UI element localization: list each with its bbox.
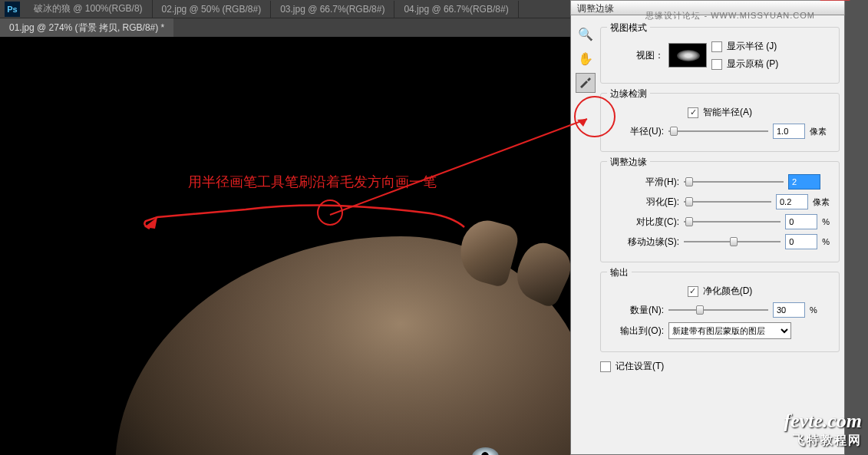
amount-slider[interactable] <box>668 303 768 317</box>
smooth-input[interactable] <box>788 174 820 190</box>
decontaminate-label: 净化颜色(D) <box>703 285 753 298</box>
group-title: 视图模式 <box>607 21 650 35</box>
active-doc-tab[interactable]: 01.jpg @ 274% (背景 拷贝, RGB/8#) * <box>0 18 173 38</box>
watermark-line1: fevte.com <box>784 410 862 433</box>
smart-radius-label: 智能半径(A) <box>703 106 752 119</box>
unit-label: 像素 <box>810 126 827 137</box>
tab-item[interactable]: 破冰的狼 @ 100%(RGB/8) <box>25 0 153 18</box>
show-radius-label: 显示半径 (J) <box>727 40 777 53</box>
shift-edge-label: 移动边缘(S): <box>610 236 679 249</box>
group-title: 输出 <box>607 266 632 279</box>
radius-input[interactable] <box>773 124 805 139</box>
remember-checkbox[interactable] <box>600 361 611 372</box>
annotation-ring-canvas <box>317 199 343 226</box>
smooth-label: 平滑(H): <box>610 176 679 189</box>
unit-label: 像素 <box>813 196 830 208</box>
group-view-mode: 视图模式 视图： 显示半径 (J) 显示原稿 (P) <box>600 27 840 84</box>
arrow-to-tool <box>330 115 599 223</box>
show-radius-checkbox[interactable] <box>711 41 722 52</box>
feather-slider[interactable] <box>684 195 771 209</box>
shift-edge-input[interactable] <box>785 234 817 249</box>
svg-line-0 <box>330 119 587 215</box>
forum-watermark: 思缘设计论坛 - WWW.MISSYUAN.COM <box>645 10 815 21</box>
wolf-image <box>115 236 572 455</box>
amount-input[interactable] <box>773 302 805 318</box>
zoom-icon[interactable]: 🔍 <box>576 24 596 44</box>
amount-label: 数量(N): <box>610 304 664 317</box>
smart-radius-checkbox[interactable] <box>688 107 698 118</box>
hand-icon[interactable]: ✋ <box>576 48 596 68</box>
watermark-line2: 飞特教程网 <box>784 433 862 449</box>
site-watermark: fevte.com 飞特教程网 <box>784 410 862 449</box>
group-edge-detect: 边缘检测 智能半径(A) 半径(U): 像素 <box>600 93 840 152</box>
group-title: 调整边缘 <box>607 156 650 169</box>
unit-label: % <box>822 217 830 226</box>
smooth-slider[interactable] <box>684 175 784 189</box>
show-original-label: 显示原稿 (P) <box>727 58 778 71</box>
tab-item[interactable]: 02.jpg @ 50% (RGB/8#) <box>153 1 272 18</box>
annotation-ring-tool <box>574 96 616 137</box>
group-output: 输出 净化颜色(D) 数量(N): % 输出到(O): 新建带有图层蒙版的图层 <box>600 272 840 352</box>
tab-item[interactable]: 03.jpg @ 66.7%(RGB/8#) <box>271 1 394 18</box>
shift-edge-slider[interactable] <box>684 235 781 249</box>
brush-icon[interactable] <box>576 73 596 93</box>
contrast-label: 对比度(C): <box>610 216 679 229</box>
right-panel-strip <box>845 0 868 455</box>
output-to-label: 输出到(O): <box>610 325 664 338</box>
unit-label: % <box>810 305 817 315</box>
remember-label: 记住设置(T) <box>616 360 664 373</box>
feather-input[interactable] <box>776 194 808 209</box>
tool-column: 🔍 ✋ <box>576 24 597 97</box>
canvas-area[interactable] <box>0 37 572 455</box>
refine-edge-panel: 调整边缘 思缘设计论坛 - WWW.MISSYUAN.COM 🔍 ✋ 视图模式 … <box>570 0 845 455</box>
show-original-checkbox[interactable] <box>711 59 722 70</box>
group-title: 边缘检测 <box>607 87 650 101</box>
decontaminate-checkbox[interactable] <box>688 286 698 297</box>
contrast-slider[interactable] <box>684 215 781 229</box>
unit-label: % <box>822 237 830 246</box>
app-icon: Ps <box>5 2 20 17</box>
radius-label: 半径(U): <box>610 125 664 138</box>
close-icon[interactable] <box>820 0 850 1</box>
annotation-text: 用半径画笔工具笔刷沿着毛发方向画一笔 <box>188 173 437 191</box>
view-thumbnail[interactable] <box>668 43 707 68</box>
view-label: 视图： <box>610 49 664 62</box>
feather-label: 羽化(E): <box>610 196 679 209</box>
radius-slider[interactable] <box>668 124 768 138</box>
tab-item[interactable]: 04.jpg @ 66.7%(RGB/8#) <box>394 1 518 18</box>
group-adjust-edge: 调整边缘 平滑(H): 羽化(E): 像素 对比度(C): % 移动边缘(S):… <box>600 161 840 262</box>
output-to-select[interactable]: 新建带有图层蒙版的图层 <box>668 322 791 339</box>
contrast-input[interactable] <box>785 214 817 229</box>
